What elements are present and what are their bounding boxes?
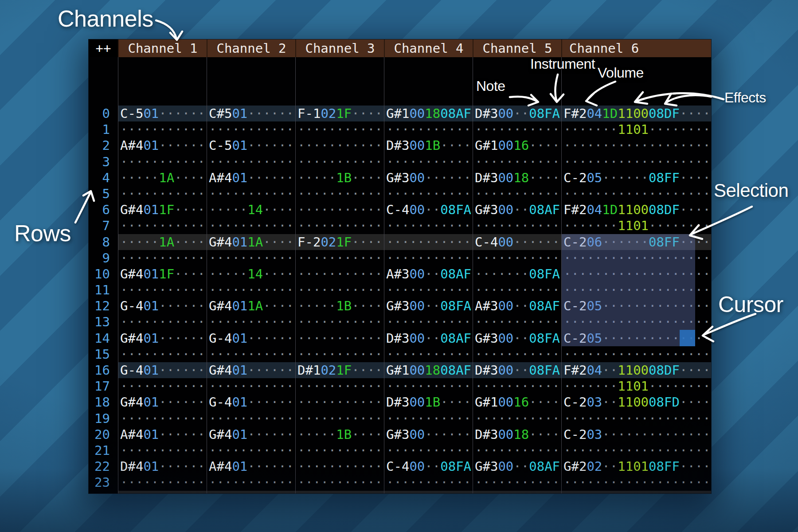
pattern-cell[interactable]: C-400······ <box>473 491 561 494</box>
pattern-cell[interactable]: ··········· <box>384 314 473 330</box>
pattern-cell[interactable]: C-400··08FA <box>384 458 473 474</box>
pattern-cell[interactable]: ··········· <box>118 346 207 362</box>
pattern-cell[interactable]: D#3001B···· <box>384 137 473 153</box>
pattern-cell[interactable]: ··········· <box>384 346 473 362</box>
pattern-cell[interactable]: G#202··110108FF···· <box>561 458 711 474</box>
channel-header-3[interactable]: Channel 3 <box>295 39 384 57</box>
pattern-cell[interactable]: ·····1A···· <box>118 170 207 186</box>
pattern-cell[interactable]: ·······1101········ <box>561 121 711 137</box>
pattern-cell[interactable]: C-501······ <box>207 137 295 153</box>
pattern-cell[interactable]: ··········· <box>295 121 384 137</box>
pattern-cell[interactable]: ··················· <box>561 186 711 202</box>
pattern-cell[interactable]: ·······1101········ <box>561 378 711 394</box>
channel-header-2[interactable]: Channel 2 <box>207 39 295 57</box>
pattern-cell[interactable]: ··········· <box>118 491 207 494</box>
pattern-cell[interactable]: ··········· <box>295 394 384 410</box>
pattern-cell[interactable]: ··········· <box>295 458 384 474</box>
pattern-cell[interactable]: C-400······ <box>473 234 561 250</box>
pattern-cell[interactable]: ··················· <box>561 137 711 153</box>
pattern-cell[interactable]: ··········· <box>295 202 384 218</box>
pattern-cell[interactable]: ··········· <box>473 218 561 234</box>
pattern-cell[interactable]: C-206······08FF···· <box>561 234 711 250</box>
pattern-cell[interactable]: ··········· <box>118 218 207 234</box>
pattern-cell[interactable]: A#401······ <box>207 458 295 474</box>
pattern-cell[interactable]: ··········· <box>473 121 561 137</box>
pattern-cell[interactable]: ··········· <box>473 378 561 394</box>
pattern-cell[interactable]: C-203·············· <box>561 426 711 442</box>
pattern-cell[interactable]: ··················· <box>561 266 711 282</box>
pattern-cell[interactable]: D#401······ <box>207 491 295 494</box>
pattern-cell[interactable]: ··········· <box>295 282 384 298</box>
pattern-cell[interactable]: ··········· <box>295 266 384 282</box>
pattern-cell[interactable]: ··········· <box>473 154 561 170</box>
pattern-cell[interactable]: ··········· <box>384 282 473 298</box>
pattern-cell[interactable]: ··········· <box>295 378 384 394</box>
pattern-cell[interactable]: ··········· <box>118 474 207 490</box>
pattern-cell[interactable]: ··········· <box>384 491 473 494</box>
pattern-cell[interactable]: ··········· <box>207 282 295 298</box>
pattern-cell[interactable]: ··········· <box>473 442 561 458</box>
pattern-cell[interactable]: G-401······ <box>118 298 207 314</box>
pattern-cell[interactable]: G#4011A···· <box>207 234 295 250</box>
pattern-cell[interactable]: F#204··110008DF···· <box>561 362 711 378</box>
pattern-cell[interactable]: ··········· <box>295 346 384 362</box>
pattern-cell[interactable]: ·····1A···· <box>118 234 207 250</box>
channel-header-6[interactable]: Channel 6 <box>561 39 711 57</box>
pattern-cell[interactable]: D#1021F···· <box>295 362 384 378</box>
pattern-cell[interactable]: ··········· <box>384 218 473 234</box>
pattern-cell[interactable]: G-401······ <box>207 330 295 346</box>
pattern-cell[interactable]: ··········· <box>118 411 207 426</box>
pattern-cell[interactable]: ··········· <box>384 154 473 170</box>
pattern-cell[interactable]: A#300··08AF <box>473 298 561 314</box>
pattern-cell[interactable]: G#401······ <box>118 330 207 346</box>
pattern-cell[interactable]: ··········· <box>384 234 473 250</box>
channel-header-4[interactable]: Channel 4 <box>384 39 473 57</box>
pattern-cell[interactable]: G#1001808AF <box>384 106 473 121</box>
pattern-cell[interactable]: C-400··08FA <box>384 202 473 218</box>
pattern-cell[interactable]: ·····1B···· <box>295 170 384 186</box>
pattern-cell[interactable]: G#401······ <box>118 394 207 410</box>
pattern-cell[interactable]: ··················· <box>561 474 711 490</box>
pattern-cell[interactable]: ··········· <box>295 186 384 202</box>
pattern-cell[interactable]: G#300··08FA <box>473 330 561 346</box>
pattern-cell[interactable]: ··········· <box>207 218 295 234</box>
pattern-cell[interactable]: C-303··110008FD···· <box>561 491 711 494</box>
pattern-cell[interactable]: ··················· <box>561 314 711 330</box>
pattern-cell[interactable]: G#401······ <box>207 426 295 442</box>
pattern-cell[interactable]: ··········· <box>295 474 384 490</box>
pattern-cell[interactable]: ··········· <box>384 250 473 266</box>
pattern-cell[interactable]: F#2041D110008DF···· <box>561 106 711 121</box>
pattern-cell[interactable]: C-203··110008FD···· <box>561 394 711 410</box>
pattern-cell[interactable]: G#300··08FA <box>384 298 473 314</box>
pattern-cell[interactable]: F-1021F···· <box>295 106 384 121</box>
pattern-cell[interactable]: ·····14···· <box>207 266 295 282</box>
pattern-cell[interactable]: ··········· <box>207 154 295 170</box>
pattern-cell[interactable]: G#10016···· <box>473 394 561 410</box>
pattern-cell[interactable]: ··········· <box>295 442 384 458</box>
pattern-cell[interactable]: ··········· <box>207 411 295 426</box>
pattern-cell[interactable]: G#1001808AF <box>384 362 473 378</box>
pattern-cell[interactable]: ··········· <box>295 330 384 346</box>
pattern-cell[interactable]: C-205·············· <box>561 298 711 314</box>
pattern-cell[interactable]: C#501······ <box>207 106 295 121</box>
pattern-cell[interactable]: ··········· <box>207 346 295 362</box>
pattern-cell[interactable]: F#2041D110008DF···· <box>561 202 711 218</box>
pattern-cell[interactable]: ··················· <box>561 442 711 458</box>
pattern-cell[interactable]: C-205······08FF···· <box>561 170 711 186</box>
pattern-cell[interactable]: ··········· <box>207 474 295 490</box>
pattern-cell[interactable]: D#300··08AF <box>384 330 473 346</box>
pattern-cell[interactable]: G#300··08AF <box>473 458 561 474</box>
pattern-cell[interactable]: ··········· <box>384 474 473 490</box>
pattern-cell[interactable]: ··········· <box>118 154 207 170</box>
pattern-cell[interactable]: A#300··08AF <box>384 266 473 282</box>
pattern-cell[interactable]: ··········· <box>384 411 473 426</box>
pattern-cell[interactable]: G#300··08AF <box>473 202 561 218</box>
pattern-cell[interactable]: A#401······ <box>207 170 295 186</box>
pattern-cell[interactable]: C-501······ <box>118 106 207 121</box>
pattern-cell[interactable]: ··········· <box>473 411 561 426</box>
pattern-cell[interactable]: ··········· <box>473 186 561 202</box>
pattern-cell[interactable]: ··········· <box>473 346 561 362</box>
pattern-cell[interactable]: ··········· <box>384 186 473 202</box>
pattern-cell[interactable]: ··········· <box>118 282 207 298</box>
pattern-cell[interactable]: ··········· <box>118 442 207 458</box>
